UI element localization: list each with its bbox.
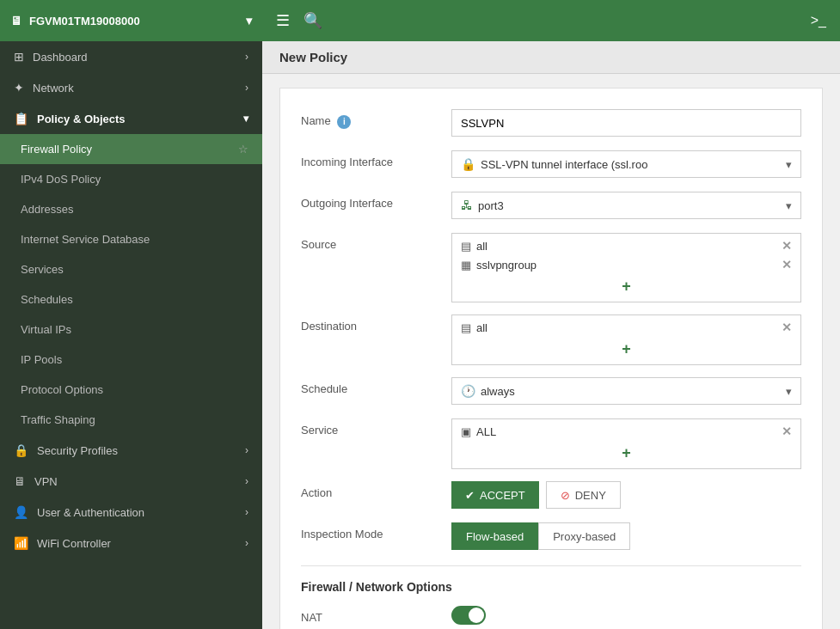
sidebar-item-vpn[interactable]: 🖥 VPN › <box>0 466 262 497</box>
remove-source-group-button[interactable]: ✕ <box>782 258 792 272</box>
device-name: FGVM01TM19008000 <box>29 15 246 27</box>
inspection-mode-row: Inspection Mode Flow-based Proxy-based <box>301 522 801 552</box>
sidebar-item-dashboard[interactable]: ⊞ Dashboard › <box>0 41 262 72</box>
sidebar-label-security: Security Profiles <box>37 444 118 457</box>
sidebar-item-schedules[interactable]: Schedules <box>0 284 262 314</box>
service-item-text: ALL <box>476 425 782 438</box>
dropdown-arrow-icon: ▾ <box>786 158 792 171</box>
add-service-button[interactable]: + <box>457 442 795 465</box>
topbar: ☰ 🔍 >_ <box>262 0 840 41</box>
outgoing-interface-dropdown[interactable]: 🖧 port3 ▾ <box>451 192 801 219</box>
source-multi: ▤ all ✕ ▦ sslvpngroup ✕ + <box>451 233 801 302</box>
sidebar-item-network[interactable]: ✦ Network › <box>0 72 262 103</box>
incoming-interface-row: Incoming Interface 🔒 SSL-VPN tunnel inte… <box>301 150 801 180</box>
checkmark-icon: ✔ <box>465 489 475 502</box>
destination-label: Destination <box>301 314 451 333</box>
sidebar-label-ipv4dos: IPv4 DoS Policy <box>21 173 101 186</box>
flow-based-button[interactable]: Flow-based <box>451 522 538 550</box>
address-icon: ▤ <box>461 321 471 334</box>
action-label: Action <box>301 481 451 499</box>
deny-label: DENY <box>575 489 606 502</box>
sidebar-item-virtual-ips[interactable]: Virtual IPs <box>0 314 262 345</box>
chevron-icon: › <box>245 82 248 94</box>
remove-source-all-button[interactable]: ✕ <box>782 239 792 253</box>
sidebar-item-wifi[interactable]: 📶 WiFi Controller › <box>0 528 262 559</box>
name-input[interactable] <box>451 109 801 137</box>
schedule-field: 🕐 always ▾ <box>451 377 801 405</box>
wifi-icon: 📶 <box>14 536 28 550</box>
sidebar-item-user-auth[interactable]: 👤 User & Authentication › <box>0 497 262 528</box>
menu-button[interactable]: ☰ <box>276 11 290 30</box>
outgoing-interface-field: 🖧 port3 ▾ <box>451 192 801 219</box>
add-source-button[interactable]: + <box>457 275 795 298</box>
dropdown-arrow-icon: ▾ <box>786 199 792 212</box>
sidebar-item-ipv4-dos[interactable]: IPv4 DoS Policy <box>0 164 262 194</box>
nat-toggle[interactable] <box>451 606 486 625</box>
sidebar-item-services[interactable]: Services <box>0 254 262 284</box>
destination-multi: ▤ all ✕ + <box>451 314 801 365</box>
sidebar-label-wifi: WiFi Controller <box>37 537 111 550</box>
source-item-sslvpngroup: ▦ sslvpngroup ✕ <box>457 256 795 273</box>
name-row: Name i <box>301 109 801 138</box>
group-icon: ▦ <box>461 259 471 272</box>
sidebar-item-security-profiles[interactable]: 🔒 Security Profiles › <box>0 435 262 466</box>
incoming-interface-field: 🔒 SSL-VPN tunnel interface (ssl.roo ▾ <box>451 150 801 178</box>
remove-service-button[interactable]: ✕ <box>782 424 792 438</box>
incoming-interface-label: Incoming Interface <box>301 150 451 168</box>
sidebar-item-ip-pools[interactable]: IP Pools <box>0 345 262 375</box>
page-title: New Policy <box>262 41 840 74</box>
source-item-all: ▤ all ✕ <box>457 237 795 254</box>
deny-button[interactable]: ⊘ DENY <box>546 481 621 509</box>
sidebar-label-traffic-shaping: Traffic Shaping <box>21 413 95 426</box>
user-icon: 👤 <box>14 505 28 519</box>
terminal-button[interactable]: >_ <box>811 13 826 28</box>
destination-field: ▤ all ✕ + <box>451 314 801 365</box>
destination-row: Destination ▤ all ✕ + <box>301 314 801 365</box>
deny-icon: ⊘ <box>561 489 570 502</box>
nat-label: NAT <box>301 606 451 624</box>
source-row: Source ▤ all ✕ ▦ sslvpngroup ✕ + <box>301 233 801 302</box>
sidebar-item-addresses[interactable]: Addresses <box>0 194 262 224</box>
dropdown-arrow-icon: ▾ <box>786 385 792 398</box>
action-row: Action ✔ ACCEPT ⊘ DENY <box>301 481 801 510</box>
incoming-interface-value: SSL-VPN tunnel interface (ssl.roo <box>481 158 647 171</box>
incoming-interface-dropdown[interactable]: 🔒 SSL-VPN tunnel interface (ssl.roo ▾ <box>451 150 801 178</box>
sidebar-header[interactable]: 🖥 FGVM01TM19008000 ▾ <box>0 0 262 41</box>
sidebar-label-dashboard: Dashboard <box>33 51 88 64</box>
source-item-group-text: sslvpngroup <box>476 259 782 272</box>
schedule-value: always <box>481 385 515 398</box>
service-label: Service <box>301 418 451 437</box>
section-divider <box>301 565 801 566</box>
proxy-based-button[interactable]: Proxy-based <box>538 522 630 550</box>
search-button[interactable]: 🔍 <box>304 11 322 30</box>
source-label: Source <box>301 233 451 251</box>
inspection-mode-field: Flow-based Proxy-based <box>451 522 801 550</box>
service-item-all: ▣ ALL ✕ <box>457 423 795 440</box>
chevron-icon: › <box>245 506 248 518</box>
sidebar-label-schedules: Schedules <box>21 293 73 306</box>
sidebar-label-vpn: VPN <box>34 475 58 488</box>
address-icon: ▤ <box>461 240 471 253</box>
sidebar-item-protocol-options[interactable]: Protocol Options <box>0 375 262 405</box>
sidebar-item-internet-service-db[interactable]: Internet Service Database <box>0 224 262 254</box>
sidebar-label-services: Services <box>21 263 64 276</box>
info-icon[interactable]: i <box>337 115 351 129</box>
star-icon: ☆ <box>238 143 248 156</box>
service-icon: ▣ <box>461 425 471 438</box>
sidebar: 🖥 FGVM01TM19008000 ▾ ⊞ Dashboard › ✦ Net… <box>0 0 262 629</box>
outgoing-interface-value: port3 <box>478 199 504 212</box>
sidebar-label-internet-service: Internet Service Database <box>21 233 150 246</box>
sidebar-chevron-icon[interactable]: ▾ <box>246 14 252 27</box>
destination-item-text: all <box>476 321 782 334</box>
remove-destination-button[interactable]: ✕ <box>782 321 792 334</box>
add-destination-button[interactable]: + <box>457 338 795 361</box>
sidebar-item-traffic-shaping[interactable]: Traffic Shaping <box>0 405 262 435</box>
accept-button[interactable]: ✔ ACCEPT <box>451 481 539 509</box>
schedule-row: Schedule 🕐 always ▾ <box>301 377 801 406</box>
sidebar-item-policy-objects[interactable]: 📋 Policy & Objects ▾ <box>0 103 262 134</box>
schedule-dropdown[interactable]: 🕐 always ▾ <box>451 377 801 405</box>
name-label: Name i <box>301 109 451 129</box>
chevron-icon: › <box>245 537 248 549</box>
service-row: Service ▣ ALL ✕ + <box>301 418 801 469</box>
sidebar-item-firewall-policy[interactable]: Firewall Policy ☆ <box>0 134 262 164</box>
